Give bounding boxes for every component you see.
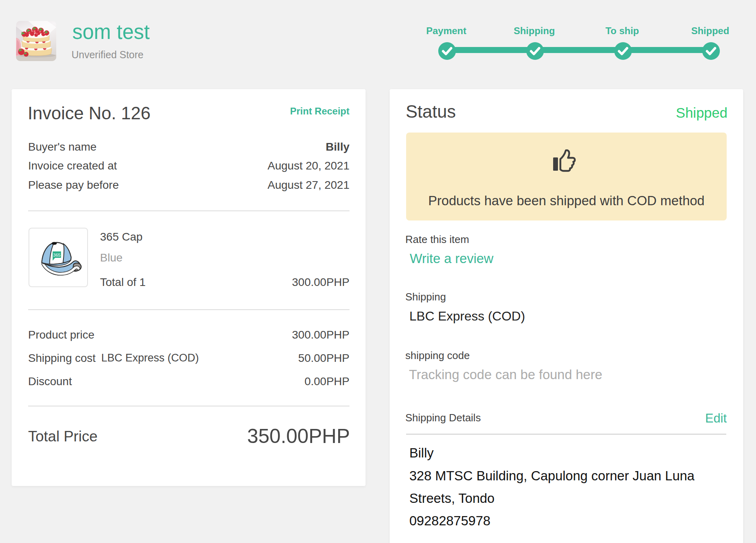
svg-text:365: 365 xyxy=(53,253,60,257)
